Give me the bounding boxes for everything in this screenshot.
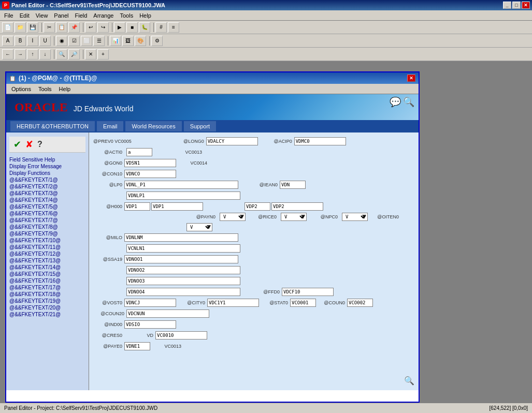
close-button[interactable]: ✕	[522, 2, 530, 9]
select-oiten0[interactable]: V	[186, 223, 212, 231]
select-rice0[interactable]: V	[281, 213, 307, 221]
input-vdnoo1[interactable]	[124, 255, 238, 263]
sidebar-fkey-13[interactable]: @&&FKEYTEXT/13@	[9, 258, 85, 263]
tb3-add[interactable]: +	[97, 49, 109, 60]
menu-field[interactable]: Field	[72, 11, 91, 20]
input-vdnlnm[interactable]	[124, 233, 238, 242]
input-vdnoo2[interactable]	[126, 266, 240, 274]
input-vdn[interactable]	[280, 181, 306, 189]
input-vdsio[interactable]	[124, 320, 176, 329]
nav-world-resources-button[interactable]: World Resources	[125, 121, 181, 131]
input-vdnoo4[interactable]	[126, 288, 240, 296]
input-vdnlp1[interactable]	[124, 181, 238, 189]
tb3-delete[interactable]: ✕	[85, 49, 96, 60]
sidebar-fkey-17[interactable]: @&&FKEYTEXT/17@	[9, 285, 85, 290]
select-payn0[interactable]: V	[220, 213, 246, 221]
tb-cut[interactable]: ✂	[44, 22, 55, 33]
input-vcnln1[interactable]	[126, 244, 240, 253]
input-vdalcy[interactable]	[206, 137, 258, 145]
search-icon[interactable]: 🔍	[403, 96, 414, 108]
tb-paste[interactable]: 📌	[68, 22, 80, 33]
input-vdnco[interactable]	[124, 170, 176, 178]
tb-redo[interactable]: ↪	[97, 22, 109, 33]
input-vdnoo3[interactable]	[126, 277, 240, 285]
tb-align[interactable]: ≡	[168, 22, 179, 33]
tb2-list[interactable]: ☰	[93, 36, 105, 46]
input-vdcty1[interactable]	[207, 299, 259, 307]
input-vdpr1[interactable]	[124, 202, 150, 211]
tb2-check[interactable]: ☑	[68, 36, 80, 46]
input-vdne1[interactable]	[124, 342, 150, 350]
input-vc0010[interactable]	[155, 331, 207, 340]
tb-open[interactable]: 📁	[15, 22, 26, 33]
sidebar-fkey-18[interactable]: @&&FKEYTEXT/18@	[9, 291, 85, 297]
check-button[interactable]: ✔	[13, 139, 21, 150]
help-button[interactable]: ?	[37, 140, 42, 149]
input-vdncj[interactable]	[124, 299, 176, 307]
sidebar-fkey-6[interactable]: @&&FKEYTEXT/6@	[9, 211, 85, 216]
sidebar-fkey-3[interactable]: @&&FKEYTEXT/3@	[9, 190, 85, 196]
input-vdsn1[interactable]	[124, 159, 176, 167]
sidebar-display-functions[interactable]: Display Functions	[9, 170, 85, 176]
tb3-btn2[interactable]: →	[15, 49, 26, 60]
tb3-btn4[interactable]: ↓	[39, 49, 51, 60]
sidebar-fkey-7[interactable]: @&&FKEYTEXT/7@	[9, 217, 85, 223]
input-vdpr2[interactable]	[245, 202, 270, 211]
tb-run[interactable]: ▶	[114, 22, 125, 33]
tb-grid[interactable]: #	[155, 22, 167, 33]
tb-new[interactable]: 📄	[2, 22, 13, 33]
sidebar-fkey-14[interactable]: @&&FKEYTEXT/14@	[9, 264, 85, 270]
tb3-zoom-out[interactable]: 🔎	[68, 49, 80, 60]
sidebar-fkey-21[interactable]: @&&FKEYTEXT/21@	[9, 312, 85, 317]
tb-debug[interactable]: 🐛	[139, 22, 150, 33]
tb2-btn1[interactable]: A	[2, 36, 13, 46]
tb3-btn3[interactable]: ↑	[27, 49, 38, 60]
sidebar-fkey-11[interactable]: @&&FKEYTEXT/11@	[9, 244, 85, 250]
tb2-btn3[interactable]: I	[27, 36, 38, 46]
inner-menu-help[interactable]: Help	[56, 85, 74, 93]
input-vdcf10[interactable]	[282, 288, 334, 296]
nav-herbut-button[interactable]: HERBUT &OTHERBUTTON	[10, 121, 95, 131]
sidebar-fkey-15[interactable]: @&&FKEYTEXT/15@	[9, 271, 85, 277]
menu-help[interactable]: Help	[136, 11, 154, 20]
menu-tools[interactable]: Tools	[117, 11, 136, 20]
nav-email-button[interactable]: Email	[97, 121, 124, 131]
tb-save[interactable]: 💾	[27, 22, 38, 33]
maximize-button[interactable]: □	[512, 2, 521, 9]
menu-view[interactable]: View	[33, 11, 51, 20]
sidebar-fkey-8[interactable]: @&&FKEYTEXT/8@	[9, 224, 85, 230]
tb2-btn2[interactable]: B	[15, 36, 26, 46]
tb2-color[interactable]: 🎨	[135, 36, 146, 46]
menu-arrange[interactable]: Arrange	[90, 11, 117, 20]
sidebar-fkey-4[interactable]: @&&FKEYTEXT/4@	[9, 197, 85, 203]
input-vdpr1b[interactable]	[151, 202, 203, 211]
tb-undo[interactable]: ↩	[85, 22, 96, 33]
sidebar-fkey-12[interactable]: @&&FKEYTEXT/12@	[9, 251, 85, 257]
inner-menu-tools[interactable]: Tools	[35, 85, 55, 93]
menu-edit[interactable]: Edit	[17, 11, 33, 20]
input-vdnlp1b[interactable]	[126, 191, 240, 200]
input-vcounb[interactable]	[347, 299, 373, 307]
sidebar-fkey-2[interactable]: @&&FKEYTEXT/2@	[9, 184, 85, 189]
tb2-btn4[interactable]: U	[39, 36, 51, 46]
sidebar-field-sensitive-help[interactable]: Field Sensitive Help	[9, 157, 85, 163]
nav-support-button[interactable]: Support	[184, 121, 217, 131]
inner-menu-options[interactable]: Options	[8, 85, 34, 93]
sidebar-fkey-5[interactable]: @&&FKEYTEXT/5@	[9, 204, 85, 210]
tb3-zoom-in[interactable]: 🔍	[56, 49, 67, 60]
select-npc0[interactable]: V	[342, 213, 368, 221]
sidebar-fkey-20[interactable]: @&&FKEYTEXT/20@	[9, 305, 85, 311]
sidebar-fkey-19[interactable]: @&&FKEYTEXT/19@	[9, 298, 85, 304]
chat-icon[interactable]: 💬	[390, 96, 401, 108]
tb2-input[interactable]: ⬜	[81, 36, 92, 46]
sidebar-fkey-16[interactable]: @&&FKEYTEXT/16@	[9, 278, 85, 284]
tb2-chart[interactable]: 📊	[110, 36, 121, 46]
sidebar-fkey-10[interactable]: @&&FKEYTEXT/10@	[9, 238, 85, 243]
input-vdcnun[interactable]	[126, 309, 209, 318]
tb-stop[interactable]: ■	[126, 22, 138, 33]
minimize-button[interactable]: _	[503, 2, 511, 9]
sidebar-fkey-1[interactable]: @&&FKEYTEXT/1@	[9, 177, 85, 183]
menu-file[interactable]: File	[1, 11, 17, 20]
tb2-settings[interactable]: ⚙	[151, 36, 163, 46]
input-vdmco[interactable]	[294, 137, 346, 145]
